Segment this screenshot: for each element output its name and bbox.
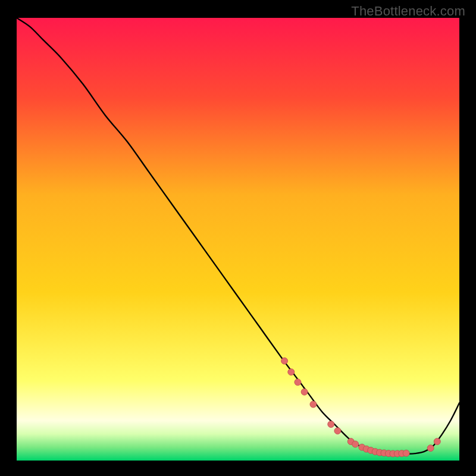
data-point [310,401,317,408]
data-point [328,421,334,427]
data-point [301,389,308,395]
data-point [434,439,440,445]
chart-frame: { "watermark": "TheBottleneck.com", "col… [0,0,476,476]
data-point [288,369,295,375]
data-point [352,441,359,447]
watermark-text: TheBottleneck.com [351,4,465,19]
data-point [427,445,434,452]
data-point [334,428,341,434]
data-point [295,379,301,386]
data-point [281,358,288,364]
data-point [403,450,409,456]
bottleneck-chart [0,0,476,476]
